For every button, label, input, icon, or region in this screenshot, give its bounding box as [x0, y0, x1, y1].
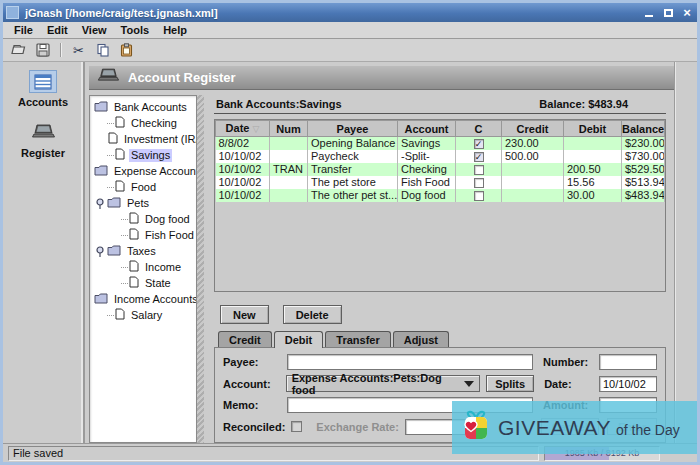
shortcut-sidebar: Accounts Register [3, 62, 85, 443]
column-header-account[interactable]: Account [398, 121, 456, 137]
paste-icon[interactable] [117, 41, 136, 60]
sidebar-label-accounts: Accounts [18, 96, 68, 108]
transaction-row[interactable]: 10/10/02 TRAN Transfer Checking 200.50 $… [216, 163, 665, 176]
tree-item-state[interactable]: State [92, 275, 196, 291]
tab-debit[interactable]: Debit [274, 331, 324, 348]
transaction-row[interactable]: 10/10/02 The pet store Fish Food 15.56 $… [216, 176, 665, 189]
transaction-table: Date▽ Num Payee Account C Credit Debit B… [215, 120, 665, 202]
tree-item-dog-food[interactable]: Dog food [92, 211, 196, 227]
tree-item-checking[interactable]: Checking [92, 115, 196, 131]
cleared-checkbox[interactable] [474, 191, 484, 201]
giveaway-suffix: of the Day [616, 422, 680, 438]
menu-view[interactable]: View [75, 24, 114, 36]
minimize-button[interactable] [641, 5, 657, 20]
tree-item-investment[interactable]: Investment (IRA) [92, 131, 196, 147]
memo-label: Memo: [223, 399, 281, 411]
maximize-button[interactable] [660, 5, 676, 20]
transaction-row[interactable]: 10/10/02 The other pet st... Dog food 30… [216, 189, 665, 202]
number-field[interactable] [599, 354, 657, 370]
date-field[interactable] [599, 376, 657, 392]
tree-item-expense-accounts[interactable]: Expense Accounts [92, 163, 196, 179]
tree-item-fish-food[interactable]: Fish Food [92, 227, 196, 243]
save-icon[interactable] [33, 41, 52, 60]
column-header-num[interactable]: Num [270, 121, 308, 137]
register-header-title: Account Register [128, 70, 236, 85]
account-name: Bank Accounts:Savings [216, 98, 342, 110]
folder-icon [94, 293, 108, 306]
copy-icon[interactable] [93, 41, 112, 60]
column-header-balance[interactable]: Balance [622, 121, 665, 137]
titlebar: jGnash [/home/craig/test.jgnash.xml] × [3, 3, 697, 22]
sidebar-item-accounts[interactable]: Accounts [18, 70, 68, 108]
app-icon [6, 6, 19, 19]
cut-icon[interactable]: ✂ [69, 41, 88, 60]
reconciled-checkbox[interactable] [291, 421, 302, 432]
app-window: jGnash [/home/craig/test.jgnash.xml] × F… [0, 0, 700, 465]
transaction-row[interactable]: 10/10/02 Paycheck -Split- 500.00 $730.00 [216, 150, 665, 163]
menu-file[interactable]: File [7, 24, 40, 36]
accounts-tree: Bank Accounts Checking Investment (IRA) [89, 95, 197, 443]
account-label: Account: [223, 378, 280, 390]
close-button[interactable]: × [679, 5, 695, 20]
gift-icon [461, 409, 491, 446]
document-icon [115, 148, 125, 162]
tab-adjust[interactable]: Adjust [393, 331, 449, 347]
new-button[interactable]: New [220, 305, 269, 324]
payee-label: Payee: [223, 356, 281, 368]
accounts-icon [29, 70, 57, 93]
column-header-date[interactable]: Date▽ [216, 121, 270, 137]
chevron-down-icon [464, 381, 474, 387]
cleared-checkbox[interactable] [474, 165, 484, 175]
tab-transfer[interactable]: Transfer [325, 331, 390, 347]
menu-help[interactable]: Help [156, 24, 194, 36]
table-header-row: Date▽ Num Payee Account C Credit Debit B… [216, 121, 665, 137]
expand-handle-icon[interactable] [95, 198, 106, 209]
payee-field[interactable] [287, 354, 533, 370]
cleared-checkbox[interactable] [474, 152, 484, 162]
menubar: File Edit View Tools Help [3, 22, 697, 39]
open-icon[interactable] [9, 41, 28, 60]
expand-handle-icon[interactable] [95, 246, 106, 257]
menu-tools[interactable]: Tools [114, 24, 157, 36]
cleared-checkbox[interactable] [474, 139, 484, 149]
tree-item-savings[interactable]: Savings [92, 147, 196, 163]
register-icon [29, 121, 57, 144]
column-header-credit[interactable]: Credit [502, 121, 564, 137]
transaction-row[interactable]: 8/8/02 Opening Balance Savings 230.00 $2… [216, 137, 665, 150]
splits-button[interactable]: Splits [486, 375, 534, 392]
register-panel: Bank Accounts:Savings Balance: $483.94 [204, 95, 674, 443]
giveaway-title: GIVEAWAY [498, 416, 611, 440]
folder-icon [94, 101, 108, 114]
menu-edit[interactable]: Edit [40, 24, 75, 36]
account-combobox[interactable]: Expense Accounts:Pets:Dog food [286, 375, 481, 392]
column-header-payee[interactable]: Payee [308, 121, 398, 137]
sidebar-item-register[interactable]: Register [21, 121, 65, 159]
folder-icon [94, 165, 108, 178]
tree-item-income-accounts[interactable]: Income Accounts [92, 291, 196, 307]
column-header-debit[interactable]: Debit [564, 121, 622, 137]
document-icon [129, 260, 139, 274]
document-icon [129, 276, 139, 290]
tree-item-food[interactable]: Food [92, 179, 196, 195]
tree-item-bank-accounts[interactable]: Bank Accounts [92, 99, 196, 115]
window-title: jGnash [/home/craig/test.jgnash.xml] [25, 7, 218, 19]
tree-item-pets[interactable]: Pets [92, 195, 196, 211]
split-pane-divider[interactable] [197, 95, 204, 443]
register-header-icon [97, 68, 119, 87]
cleared-checkbox[interactable] [474, 178, 484, 188]
account-balance: Balance: $483.94 [539, 98, 628, 110]
tree-item-income[interactable]: Income [92, 259, 196, 275]
sidebar-label-register: Register [21, 147, 65, 159]
delete-button[interactable]: Delete [283, 305, 342, 324]
document-icon [129, 212, 139, 226]
giveaway-overlay[interactable]: GIVEAWAY of the Day [452, 401, 697, 454]
date-label: Date: [544, 378, 593, 390]
account-summary: Bank Accounts:Savings Balance: $483.94 [214, 95, 666, 114]
folder-icon [107, 245, 121, 258]
tab-credit[interactable]: Credit [218, 331, 272, 347]
tree-item-taxes[interactable]: Taxes [92, 243, 196, 259]
document-icon [108, 132, 118, 146]
main-panel: Account Register Bank Accounts Checking [85, 62, 675, 443]
column-header-cleared[interactable]: C [456, 121, 502, 137]
tree-item-salary[interactable]: Salary [92, 307, 196, 323]
